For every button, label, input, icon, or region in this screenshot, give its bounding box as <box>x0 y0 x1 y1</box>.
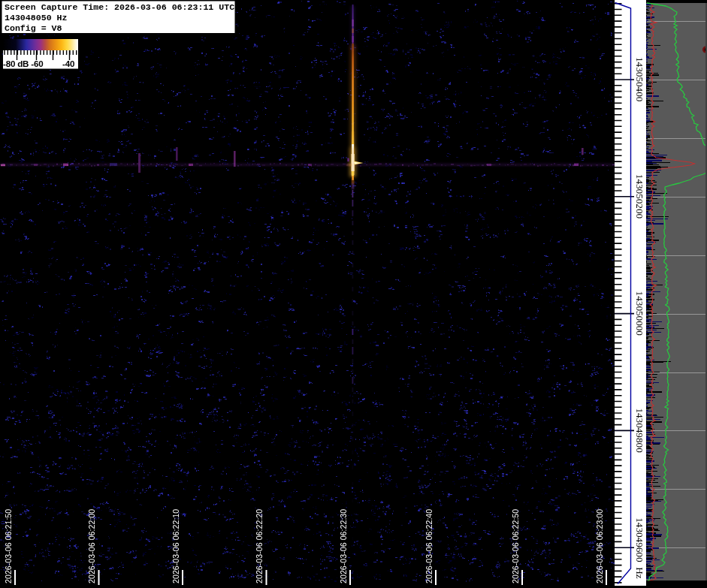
svg-text:143050200: 143050200 <box>634 174 645 219</box>
svg-text:Screen Capture Time: 2026-03-0: Screen Capture Time: 2026-03-06 06:23:11… <box>5 2 234 12</box>
svg-text:2026-03-06 06:22:10: 2026-03-06 06:22:10 <box>171 509 180 583</box>
svg-text:143049600: 143049600 <box>634 517 645 562</box>
svg-text:Config = V8: Config = V8 <box>5 23 62 33</box>
svg-text:Hz: Hz <box>634 567 645 579</box>
svg-text:2026-03-06 06:22:40: 2026-03-06 06:22:40 <box>425 509 434 583</box>
svg-text:2026-03-06 06:22:00: 2026-03-06 06:22:00 <box>87 509 96 583</box>
svg-text:2026-03-06 06:22:20: 2026-03-06 06:22:20 <box>255 509 264 583</box>
svg-text:-80 dB -60: -80 dB -60 <box>3 59 43 68</box>
svg-text:143049800: 143049800 <box>634 408 645 453</box>
svg-text:143050000: 143050000 <box>634 291 645 336</box>
svg-text:143050400: 143050400 <box>634 57 645 102</box>
svg-text:-40: -40 <box>62 59 74 68</box>
svg-text:2026-03-06 06:23:00: 2026-03-06 06:23:00 <box>595 509 604 583</box>
svg-text:2026-03-06 06:22:50: 2026-03-06 06:22:50 <box>511 509 520 583</box>
svg-text:143048050 Hz: 143048050 Hz <box>5 13 68 23</box>
svg-text:2026-03-06 06:22:30: 2026-03-06 06:22:30 <box>339 509 348 583</box>
svg-text:2026-03-06 06:21:50: 2026-03-06 06:21:50 <box>4 509 13 583</box>
